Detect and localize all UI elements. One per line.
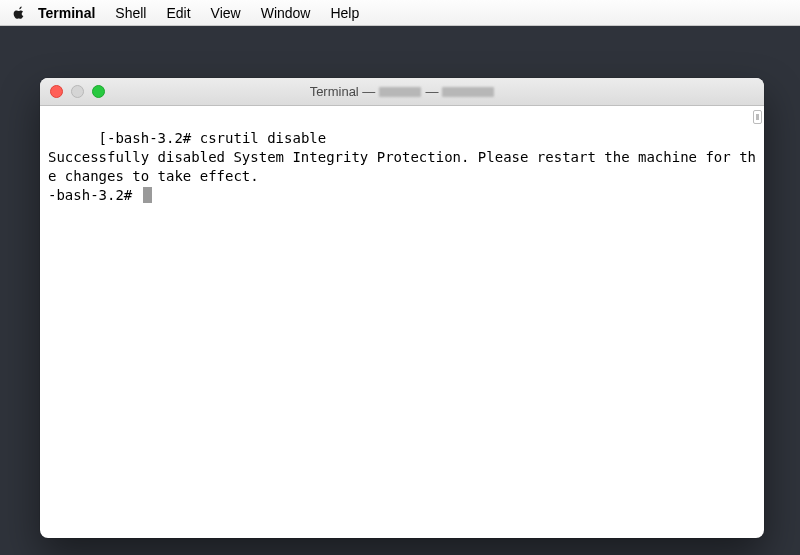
output-text: Successfully disabled System Integrity P… xyxy=(48,149,756,184)
window-title-prefix: Terminal — xyxy=(310,84,376,99)
traffic-lights xyxy=(50,85,105,98)
window-title: Terminal — — xyxy=(40,84,764,99)
menubar-item-help[interactable]: Help xyxy=(320,0,369,26)
menubar-item-window[interactable]: Window xyxy=(251,0,321,26)
window-title-redacted xyxy=(442,87,494,97)
minimize-icon[interactable] xyxy=(71,85,84,98)
terminal-window: Terminal — — [-bash-3.2# csrutil disable… xyxy=(40,78,764,538)
prompt-bracket: [ xyxy=(99,130,107,146)
prompt: -bash-3.2# xyxy=(107,130,191,146)
scrollbar-icon[interactable] xyxy=(753,110,762,124)
apple-icon[interactable] xyxy=(10,5,28,20)
close-icon[interactable] xyxy=(50,85,63,98)
cursor-icon xyxy=(143,187,152,203)
command-text: csrutil disable xyxy=(200,130,326,146)
menubar-item-edit[interactable]: Edit xyxy=(156,0,200,26)
prompt: -bash-3.2# xyxy=(48,187,132,203)
window-title-redacted xyxy=(379,87,421,97)
mac-menubar: Terminal Shell Edit View Window Help xyxy=(0,0,800,26)
menubar-item-shell[interactable]: Shell xyxy=(105,0,156,26)
window-title-dash: — xyxy=(425,84,438,99)
desktop: Terminal — — [-bash-3.2# csrutil disable… xyxy=(0,26,800,555)
maximize-icon[interactable] xyxy=(92,85,105,98)
menubar-app-name[interactable]: Terminal xyxy=(28,0,105,26)
menubar-item-view[interactable]: View xyxy=(201,0,251,26)
terminal-body[interactable]: [-bash-3.2# csrutil disable Successfully… xyxy=(40,106,764,538)
window-titlebar[interactable]: Terminal — — xyxy=(40,78,764,106)
